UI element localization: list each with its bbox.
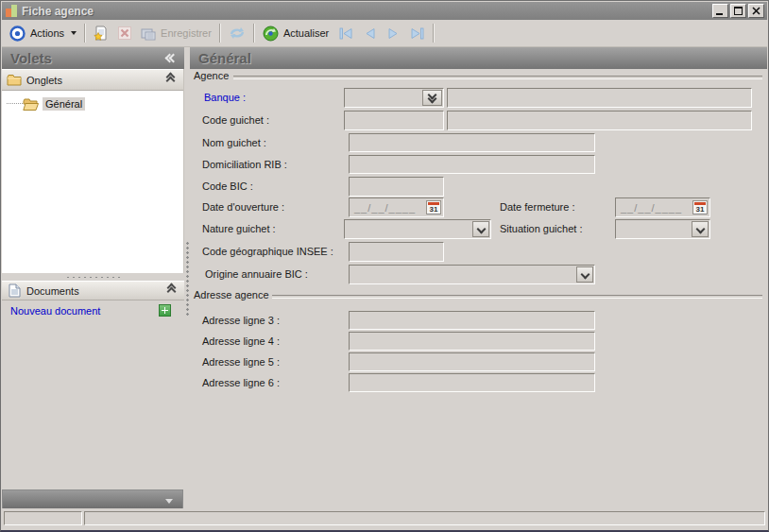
refresh-orb-icon <box>263 26 279 42</box>
tree-item-label: Général <box>43 97 85 111</box>
close-button[interactable] <box>748 4 764 18</box>
chevron-down-icon <box>580 270 590 280</box>
code-bic-input[interactable] <box>349 177 444 197</box>
banque-combo-button[interactable] <box>422 90 442 106</box>
horizontal-splitter[interactable] <box>2 273 184 280</box>
previous-record-icon <box>365 27 376 40</box>
date-mask: __/__/____ <box>621 198 682 216</box>
nav-first-button[interactable] <box>333 23 359 43</box>
onglets-section-header[interactable]: Onglets <box>2 69 183 91</box>
splitter-grip-icon <box>65 275 122 278</box>
chevron-down-icon <box>476 225 486 234</box>
save-icon <box>141 26 156 41</box>
date-fermeture-label: Date fermeture : <box>500 197 574 217</box>
tree-item-general[interactable]: Général <box>2 96 183 112</box>
code-insee-input[interactable] <box>349 242 444 262</box>
nav-next-button[interactable] <box>382 23 404 43</box>
situation-guichet-select[interactable] <box>615 219 710 239</box>
delete-icon <box>118 26 131 40</box>
nom-guichet-input[interactable] <box>349 133 595 152</box>
page-title: Général <box>198 50 251 66</box>
toolbar-separator <box>253 24 255 43</box>
next-record-icon <box>387 27 399 40</box>
new-record-button[interactable] <box>89 23 113 43</box>
toolbar-separator <box>219 24 221 43</box>
vertical-splitter[interactable] <box>184 47 190 510</box>
chevron-down-icon <box>165 499 173 504</box>
code-guichet-label: Code guichet : <box>202 111 269 130</box>
origine-bic-select[interactable] <box>349 265 595 284</box>
adresse-ligne-4-label: Adresse ligne 4 : <box>202 332 280 352</box>
code-guichet-input[interactable] <box>344 111 444 130</box>
code-guichet-libelle-input[interactable] <box>447 111 752 130</box>
date-mask: __/__/____ <box>354 198 416 216</box>
sync-arrows-icon <box>229 26 246 41</box>
dropdown-arrow-icon <box>71 31 77 35</box>
nom-guichet-label: Nom guichet : <box>202 133 266 153</box>
banque-label[interactable]: Banque : <box>204 88 246 108</box>
nav-last-button[interactable] <box>404 23 430 43</box>
minimize-icon <box>716 7 725 15</box>
open-folder-icon <box>23 98 39 111</box>
title-bar[interactable]: Fiche agence <box>2 2 767 20</box>
date-fermeture-calendar-button[interactable]: 31 <box>692 200 708 215</box>
delete-record-button[interactable] <box>113 23 136 43</box>
adresse-ligne-3-input[interactable] <box>349 311 595 330</box>
adresse-ligne-4-input[interactable] <box>349 332 595 351</box>
actions-button[interactable]: Actions <box>5 23 81 43</box>
origine-bic-label: Origine annuaire BIC : <box>205 265 308 284</box>
sync-button[interactable] <box>224 23 250 43</box>
banque-libelle-input[interactable] <box>447 88 752 108</box>
actualiser-button[interactable]: Actualiser <box>258 23 333 43</box>
code-insee-label: Code géographique INSEE : <box>202 242 333 262</box>
close-icon <box>752 7 760 15</box>
save-label: Enregistrer <box>161 27 212 39</box>
agence-group-line <box>233 76 762 79</box>
date-ouverture-calendar-button[interactable]: 31 <box>426 200 441 215</box>
add-document-button[interactable] <box>159 304 171 317</box>
adresse-group-line <box>272 295 762 299</box>
sidebar-overflow-button[interactable] <box>2 489 183 510</box>
nature-guichet-select[interactable] <box>344 219 491 239</box>
first-record-icon <box>339 27 353 40</box>
adresse-ligne-5-label: Adresse ligne 5 : <box>202 352 280 372</box>
collapse-section-icon[interactable] <box>167 77 174 84</box>
minimize-button[interactable] <box>712 4 728 18</box>
domiciliation-rib-input[interactable] <box>349 155 595 174</box>
code-bic-label: Code BIC : <box>202 177 253 197</box>
save-button[interactable]: Enregistrer <box>136 23 216 43</box>
adresse-ligne-6-input[interactable] <box>349 373 595 392</box>
app-icon <box>6 5 18 18</box>
documents-label: Documents <box>26 285 79 297</box>
closed-folder-icon <box>7 74 22 86</box>
bullseye-icon <box>9 26 26 42</box>
actualiser-label: Actualiser <box>283 27 329 39</box>
origine-bic-dropdown-button[interactable] <box>576 266 593 283</box>
nature-guichet-dropdown-button[interactable] <box>472 221 489 237</box>
maximize-icon <box>734 7 743 15</box>
situation-guichet-dropdown-button[interactable] <box>692 221 709 237</box>
nature-guichet-label: Nature guichet : <box>202 219 276 239</box>
toolbar-separator <box>433 24 435 43</box>
collapse-panel-button[interactable] <box>166 55 177 61</box>
chevron-down-icon <box>695 225 705 234</box>
calendar-day: 31 <box>427 205 440 215</box>
document-icon <box>9 283 21 298</box>
adresse-ligne-3-label: Adresse ligne 3 : <box>202 311 280 331</box>
collapse-section-icon[interactable] <box>168 287 175 295</box>
last-record-icon <box>410 27 424 40</box>
documents-section-header[interactable]: Documents <box>2 281 184 300</box>
adresse-ligne-5-input[interactable] <box>349 352 595 371</box>
date-ouverture-input[interactable]: __/__/____ 31 <box>349 197 444 217</box>
date-fermeture-input[interactable]: __/__/____ 31 <box>615 197 710 217</box>
maximize-button[interactable] <box>730 4 746 18</box>
fiche-agence-window: Fiche agence Actions <box>0 0 769 532</box>
banque-combo[interactable] <box>344 88 444 108</box>
document-link-row: Nouveau document <box>2 303 184 320</box>
nav-previous-button[interactable] <box>359 23 382 43</box>
adresse-ligne-6-label: Adresse ligne 6 : <box>202 373 280 393</box>
actions-label: Actions <box>30 27 64 39</box>
date-ouverture-label: Date d'ouverture : <box>202 197 284 217</box>
onglets-tree-panel: Onglets Général <box>2 69 184 273</box>
new-document-link[interactable]: Nouveau document <box>10 305 100 317</box>
